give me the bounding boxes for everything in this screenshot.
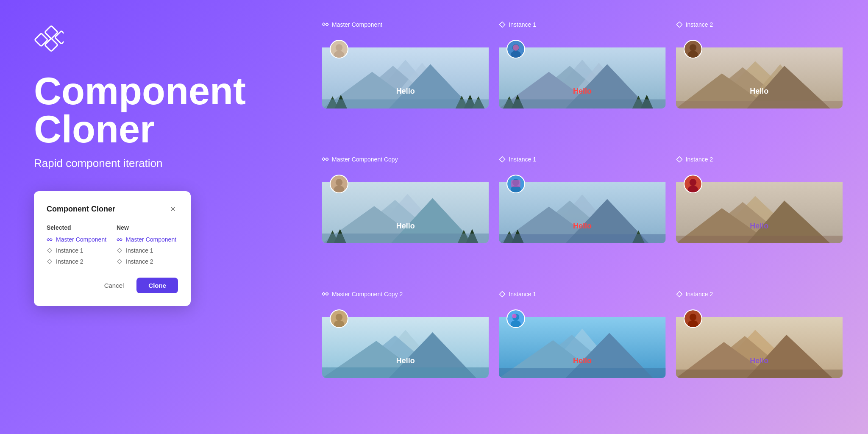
hello-text-r2-m: Hello: [396, 222, 415, 231]
avatar-face-r3-i1: [507, 310, 524, 327]
svg-rect-7: [120, 238, 122, 241]
selected-master-label: Master Component: [56, 236, 106, 243]
hello-text-r3-m: Hello: [396, 356, 415, 365]
selected-column: Selected Master Component Instance 1: [47, 224, 108, 265]
hello-text-r2-i1: Hello: [573, 222, 592, 231]
left-panel: ComponentCloner Rapid component iteratio…: [0, 0, 297, 434]
card-row3-master: Master Component Copy 2: [322, 291, 489, 378]
new-instance-icon-2: [117, 259, 122, 264]
new-instance-1-label: Instance 1: [126, 247, 153, 254]
new-instance-2-label: Instance 2: [126, 258, 153, 265]
svg-point-85: [689, 179, 696, 186]
selected-list: Master Component Instance 1 Instance 2: [47, 236, 108, 265]
card-row3-inst1-preview: Hello: [499, 302, 665, 378]
svg-rect-5: [50, 238, 52, 241]
mountain-scene-warm3: [676, 317, 843, 378]
cancel-button[interactable]: Cancel: [97, 278, 132, 293]
hello-text-r1-i2: Hello: [750, 87, 768, 96]
svg-point-96: [336, 314, 342, 320]
close-button[interactable]: ×: [168, 204, 178, 214]
app-logo: [34, 25, 64, 55]
card-row3-master-label: Master Component Copy 2: [322, 291, 489, 298]
card-row1-master-preview: Hello: [322, 32, 489, 108]
svg-rect-88: [326, 292, 328, 295]
svg-rect-87: [322, 292, 325, 295]
master-icon: [47, 236, 53, 242]
svg-rect-113: [676, 370, 843, 378]
svg-rect-9: [326, 23, 328, 26]
card-row2-inst2-label: Instance 2: [676, 156, 843, 163]
svg-rect-3: [55, 31, 64, 44]
svg-point-115: [689, 314, 696, 320]
svg-rect-35: [499, 99, 665, 108]
card-row1-master-label: Master Component: [322, 21, 489, 28]
card-instance-icon-6: [676, 291, 683, 298]
svg-rect-50: [322, 158, 325, 161]
svg-rect-6: [117, 238, 120, 241]
dialog-columns: Selected Master Component Instance 1: [47, 224, 178, 265]
new-master-label: Master Component: [126, 236, 176, 243]
new-column: New Master Component Instance 1: [117, 224, 178, 265]
dialog-title: Component Cloner: [47, 205, 115, 214]
svg-point-48: [689, 44, 696, 51]
svg-rect-94: [322, 367, 489, 378]
svg-rect-77: [511, 180, 520, 187]
component-row-3: Master Component Copy 2: [322, 291, 843, 413]
avatar-face-r3-i2: [684, 310, 701, 327]
avatar-r1-i2: [684, 40, 702, 58]
svg-point-63: [336, 179, 342, 186]
card-row2-inst2: Instance 2: [676, 156, 843, 243]
new-master-icon: [117, 236, 122, 242]
card-row3-inst2: Instance 2: [676, 291, 843, 378]
avatar-face-r2-i2: [684, 175, 701, 192]
card-row2-master-label: Master Component Copy: [322, 156, 489, 163]
hello-text-r1-m: Hello: [396, 87, 415, 96]
avatar-r1-i1: [506, 40, 525, 58]
instance-icon-1: [47, 248, 53, 253]
svg-rect-83: [676, 236, 843, 243]
avatar-face-r1-m: [331, 41, 348, 58]
new-instance-1: Instance 1: [117, 247, 178, 254]
card-row3-inst1-label: Instance 1: [499, 291, 665, 298]
avatar-face-r1-i2: [684, 41, 701, 58]
mountain-scene-warm1: [676, 47, 843, 108]
svg-rect-103: [499, 368, 665, 378]
card-row2-inst1-label: Instance 1: [499, 156, 665, 163]
card-row1-inst1: Instance 1: [499, 21, 665, 108]
card-instance-icon-2: [676, 21, 683, 28]
component-row-2: Master Component Copy: [322, 156, 843, 278]
hello-text-r1-i1: Hello: [573, 87, 592, 96]
selected-master-component: Master Component: [47, 236, 108, 243]
component-row-1: Master Component: [322, 21, 843, 143]
card-master-icon-3: [322, 291, 329, 298]
avatar-face-r1-i1: [507, 41, 524, 58]
svg-rect-4: [47, 238, 50, 241]
card-master-icon: [322, 21, 329, 28]
selected-instance-2-label: Instance 2: [56, 258, 83, 265]
clone-button[interactable]: Clone: [136, 278, 178, 293]
mountain-scene-3: [322, 182, 489, 243]
mountain-scene-4: [499, 182, 665, 243]
card-master-icon-2: [322, 156, 329, 163]
svg-point-107: [512, 314, 517, 318]
new-instance-2: Instance 2: [117, 258, 178, 265]
app-subtitle: Rapid component iteration: [34, 157, 263, 170]
svg-point-39: [513, 45, 519, 51]
avatar-r3-m: [330, 309, 348, 328]
card-row1-inst1-preview: Hello: [499, 32, 665, 108]
card-row2-master-preview: Hello: [322, 167, 489, 243]
svg-rect-51: [326, 158, 328, 161]
card-instance-icon-3: [499, 156, 506, 163]
mountain-scene-1: [322, 47, 489, 108]
card-row2-inst1-preview: Hello: [499, 167, 665, 243]
card-instance-icon-1: [499, 21, 506, 28]
card-row3-inst1: Instance 1: [499, 291, 665, 378]
mountain-scene-6: [499, 317, 665, 378]
card-row3-master-preview: Hello: [322, 302, 489, 378]
svg-rect-46: [676, 101, 843, 108]
card-row2-inst2-preview: Hello: [676, 167, 843, 243]
new-master-component: Master Component: [117, 236, 178, 243]
card-row1-inst1-label: Instance 1: [499, 21, 665, 28]
card-row3-inst2-preview: Hello: [676, 302, 843, 378]
avatar-face-r2-i1: [507, 175, 524, 192]
